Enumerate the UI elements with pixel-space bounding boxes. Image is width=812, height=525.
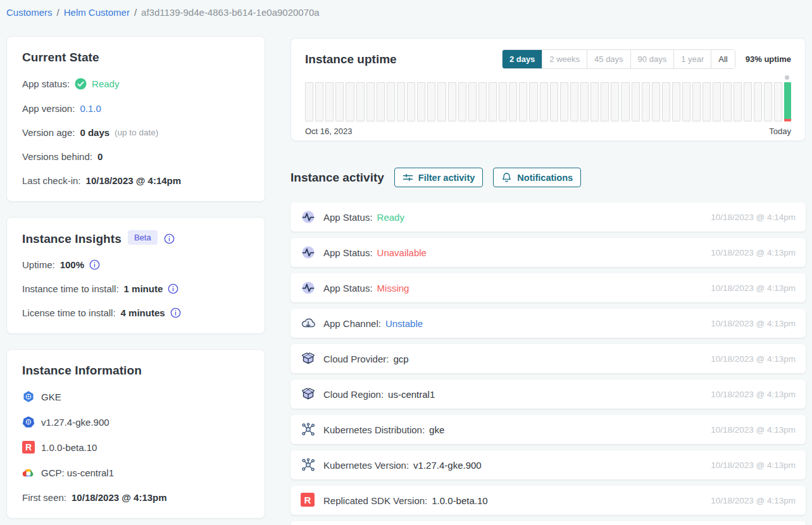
activity-row-timestamp: 10/18/2023 @ 4:13pm (711, 283, 796, 293)
uptime-bar[interactable] (692, 82, 701, 121)
instance-uptime-card: Instance uptime 2 days2 weeks45 days90 d… (290, 38, 806, 141)
activity-row[interactable]: R App Status: Ready 10/18/2023 @ 4:14pm (290, 202, 806, 232)
uptime-bar[interactable] (774, 82, 782, 121)
uptime-bar[interactable] (437, 82, 446, 121)
uptime-bar[interactable] (611, 82, 619, 121)
uptime-bar[interactable] (427, 82, 435, 121)
app-version-link[interactable]: 0.1.0 (80, 103, 101, 114)
activity-row[interactable]: R Cloud Region: us-central1 10/18/2023 @… (290, 380, 806, 409)
versions-behind-row: Versions behind: 0 (22, 151, 249, 162)
uptime-range-button[interactable]: 2 weeks (542, 50, 587, 68)
notifications-button[interactable]: Notifications (493, 168, 581, 187)
breadcrumb-link-helm-customer[interactable]: Helm Customer (64, 7, 130, 18)
uptime-bar[interactable] (325, 82, 334, 121)
uptime-bar[interactable] (754, 82, 762, 121)
uptime-bar[interactable] (478, 82, 487, 121)
version-age-note: (up to date) (115, 128, 158, 137)
uptime-bar[interactable] (723, 82, 731, 121)
uptime-range-button[interactable]: 90 days (630, 50, 674, 68)
uptime-bar[interactable] (764, 82, 772, 121)
last-checkin-row: Last check-in: 10/18/2023 @ 4:14pm (22, 175, 249, 186)
version-age-row: Version age: 0 days (up to date) (22, 127, 249, 138)
info-item-k8s-version: v1.27.4-gke.900 (22, 416, 249, 428)
instance-activity-header: Instance activity Filter activity Notifi… (290, 168, 581, 187)
uptime-bar[interactable] (356, 82, 365, 121)
breadcrumb: Customers / Helm Customer / af3d1139-9d4… (6, 7, 320, 18)
uptime-bar[interactable] (652, 82, 660, 121)
uptime-bar[interactable] (529, 82, 537, 121)
activity-row-label: Kubernetes Distribution: (323, 424, 425, 435)
uptime-bar[interactable] (305, 82, 313, 121)
uptime-bar[interactable] (458, 82, 466, 121)
uptime-bar[interactable] (744, 82, 752, 121)
uptime-range-button[interactable]: 1 year (673, 50, 711, 68)
uptime-bar[interactable] (509, 82, 517, 121)
uptime-chart (305, 82, 791, 121)
uptime-range-group: 2 days2 weeks45 days90 days1 yearAll (502, 49, 735, 69)
uptime-bar[interactable] (590, 82, 599, 121)
sliders-icon (403, 172, 413, 183)
uptime-bar[interactable] (519, 82, 527, 121)
activity-row-value: v1.27.4-gke.900 (413, 460, 482, 471)
breadcrumb-link-customers[interactable]: Customers (6, 7, 53, 18)
uptime-bar[interactable] (489, 82, 497, 121)
activity-row[interactable]: R App Status: Unavailable 10/18/2023 @ 4… (290, 238, 806, 267)
activity-row[interactable]: R App Channel: Unstable 10/18/2023 @ 4:1… (290, 309, 806, 338)
package-icon: R (301, 351, 316, 366)
filter-activity-label: Filter activity (418, 173, 475, 183)
uptime-bar[interactable] (713, 82, 721, 121)
package-icon: R (301, 386, 316, 402)
uptime-range-button[interactable]: 2 days (503, 50, 542, 68)
uptime-bar[interactable] (407, 82, 415, 121)
uptime-bar[interactable] (387, 82, 395, 121)
uptime-bar[interactable] (315, 82, 323, 121)
uptime-bar[interactable] (550, 82, 558, 121)
uptime-bar[interactable] (621, 82, 629, 121)
info-icon[interactable] (168, 283, 178, 294)
instance-insights-card: Instance Insights Beta Uptime: 100% Inst… (6, 217, 265, 334)
uptime-bar[interactable] (397, 82, 405, 121)
uptime-bar[interactable] (335, 82, 344, 121)
uptime-bar-current[interactable] (784, 82, 791, 121)
uptime-bar[interactable] (662, 82, 670, 121)
uptime-bar[interactable] (632, 82, 640, 121)
activity-row[interactable]: R Replicated SDK Version: 1.0.0-beta.10 … (290, 486, 806, 515)
uptime-range-button[interactable]: 45 days (587, 50, 630, 68)
app-version-label: App version: (22, 103, 75, 114)
instance-uptime-title: Instance uptime (305, 52, 397, 66)
info-icon[interactable] (89, 259, 100, 270)
uptime-bar[interactable] (540, 82, 548, 121)
first-seen-label: First seen: (22, 492, 66, 503)
activity-row[interactable]: R Cloud Provider: gcp 10/18/2023 @ 4:13p… (290, 344, 806, 373)
activity-row-label: App Status: (323, 283, 373, 293)
uptime-bar[interactable] (560, 82, 568, 121)
uptime-range-button[interactable]: All (711, 50, 734, 68)
activity-row[interactable]: R App Status: Missing 10/18/2023 @ 4:13p… (290, 273, 806, 302)
uptime-percent-label: 93% uptime (746, 54, 791, 64)
filter-activity-button[interactable]: Filter activity (394, 168, 483, 187)
activity-row-partial[interactable] (290, 521, 806, 525)
uptime-bar[interactable] (682, 82, 690, 121)
info-icon[interactable] (164, 233, 175, 244)
uptime-bar[interactable] (672, 82, 680, 121)
replicated-icon: R (22, 441, 35, 454)
uptime-bar[interactable] (417, 82, 425, 121)
uptime-bar[interactable] (601, 82, 609, 121)
uptime-bar[interactable] (499, 82, 507, 121)
license-install-value: 4 minutes (121, 307, 165, 318)
activity-row[interactable]: R Kubernetes Version: v1.27.4-gke.900 10… (290, 450, 806, 479)
uptime-bar[interactable] (734, 82, 742, 121)
uptime-bar[interactable] (703, 82, 711, 121)
info-item-text: GKE (41, 392, 61, 402)
uptime-bar[interactable] (642, 82, 650, 121)
uptime-bar[interactable] (580, 82, 589, 121)
uptime-bar[interactable] (468, 82, 477, 121)
uptime-bar[interactable] (448, 82, 456, 121)
info-icon[interactable] (170, 307, 181, 318)
uptime-bar[interactable] (570, 82, 578, 121)
activity-row[interactable]: R Kubernetes Distribution: gke 10/18/202… (290, 415, 806, 444)
uptime-bar[interactable] (377, 82, 385, 121)
first-seen-value: 10/18/2023 @ 4:13pm (72, 492, 167, 503)
uptime-bar[interactable] (366, 82, 375, 121)
uptime-bar[interactable] (346, 82, 354, 121)
